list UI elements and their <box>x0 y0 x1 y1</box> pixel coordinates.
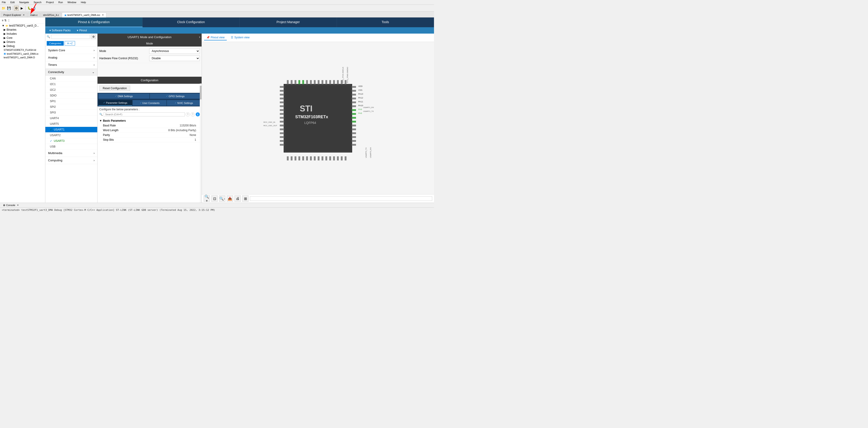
tree-drivers-expand: ▶ <box>4 40 6 44</box>
list-item-usart1[interactable]: ✓ USART1 <box>45 127 97 133</box>
tree-flash-ld[interactable]: STM32F103RETX_FLASH.ld <box>0 48 45 52</box>
bot-pin-11 <box>326 156 327 161</box>
category-search-input[interactable] <box>51 35 90 39</box>
layout-btn[interactable]: ⊞ <box>242 195 249 202</box>
list-item-uart4[interactable]: UART4 <box>45 115 97 121</box>
tab-project-explorer-close[interactable]: ✕ <box>23 14 25 16</box>
sidebar-sort-icon[interactable]: ⇅ <box>4 19 7 22</box>
category-filter-btn[interactable]: ⚙ <box>91 34 96 39</box>
cat-timers-arrow: › <box>94 63 95 66</box>
params-search-input[interactable] <box>104 112 185 116</box>
cat-analog[interactable]: Analog › <box>45 54 97 61</box>
reset-config-btn[interactable]: Reset Configuration <box>99 86 130 91</box>
tab-categories[interactable]: Categories <box>47 41 64 46</box>
sub-software-packs[interactable]: ▾ Software Packs <box>47 28 73 33</box>
left-pin-7 <box>280 109 284 111</box>
tab-tools[interactable]: Tools <box>337 18 434 27</box>
tab-parameter-settings[interactable]: ✓ Parameter Settings <box>98 100 132 106</box>
list-item-usb[interactable]: USB <box>45 144 97 149</box>
fit-btn[interactable]: ⊡ <box>211 195 218 202</box>
tab-pinout-config[interactable]: Pinout & Configuration <box>45 18 143 27</box>
cat-timers[interactable]: Timers › <box>45 61 97 68</box>
zoom-in-btn[interactable]: 🔍+ <box>204 195 210 202</box>
toolbar-run[interactable]: ▶ <box>19 6 24 11</box>
tree-project-root[interactable]: ▼ 📁 testSTM32F1_uart3_D... <box>0 24 45 28</box>
toolbar-debug[interactable]: 🐛 <box>27 6 32 11</box>
tab-stm32f1xx-it[interactable]: stm32f1xx_it.c <box>40 12 61 17</box>
cat-computing[interactable]: Computing › <box>45 157 97 164</box>
tab-nvic-settings[interactable]: ✓ NVIC Settings <box>167 100 201 106</box>
toolbar-new[interactable]: 📁 <box>1 6 6 11</box>
hw-flow-select[interactable]: Disable CTS Only RTS Only <box>149 56 200 61</box>
toolbar-save[interactable]: 💾 <box>6 6 11 11</box>
tree-includes[interactable]: ▶ Includes <box>0 32 45 36</box>
tab-console[interactable]: 🖥 Console ✕ <box>1 203 21 207</box>
menu-edit[interactable]: Edit <box>9 0 16 4</box>
console-close-icon[interactable]: ✕ <box>17 204 19 206</box>
sub-pinout[interactable]: ▾ Pinout <box>74 28 89 33</box>
tab-pinout-view[interactable]: 📌 Pinout view <box>204 35 227 40</box>
sidebar-filter-icon[interactable]: ≡ <box>2 19 3 22</box>
list-item-can[interactable]: CAN <box>45 76 97 82</box>
tree-binaries[interactable]: ▶ Binaries <box>0 28 45 32</box>
left-pin-6 <box>280 105 284 107</box>
pinout-search-input[interactable] <box>250 196 432 201</box>
mode-subsection-header: Mode <box>97 40 202 47</box>
tab-project-manager[interactable]: Project Manager <box>240 18 337 27</box>
list-item-i2c1[interactable]: I2C1 <box>45 82 97 87</box>
list-item-usart2[interactable]: USART2 <box>45 133 97 138</box>
cat-connectivity[interactable]: Connectivity ⌄ <box>45 68 97 76</box>
uart5-label: UART5 <box>50 122 59 125</box>
tree-core[interactable]: ▶ Core <box>0 36 45 40</box>
tab-user-constants[interactable]: ✓ User Constants <box>133 100 166 106</box>
right-label-pa12: PA12 <box>358 97 363 99</box>
tree-drivers[interactable]: ▶ Drivers <box>0 40 45 44</box>
list-item-sdio[interactable]: SDIO <box>45 93 97 98</box>
right-pin-2 <box>352 90 356 92</box>
export-btn[interactable]: 📤 <box>227 195 233 202</box>
tab-main-c[interactable]: main.c <box>28 12 40 17</box>
tab-clock-config[interactable]: Clock Configuration <box>143 18 240 27</box>
tab-ioc-close[interactable]: ✕ <box>102 14 104 16</box>
sidebar-menu-icon[interactable]: ⋮ <box>7 19 10 22</box>
tab-dma-settings[interactable]: ✓ DMA Settings <box>98 93 149 99</box>
right-pin-7-green <box>352 109 356 111</box>
menu-file[interactable]: File <box>1 0 7 4</box>
mode-row: Mode Asynchronous Disable Synchronous <box>97 48 202 54</box>
list-item-spi3[interactable]: SPI3 <box>45 110 97 115</box>
mode-select[interactable]: Asynchronous Disable Synchronous <box>149 48 200 54</box>
tab-project-explorer[interactable]: Project Explorer ✕ <box>1 12 27 17</box>
list-item-uart5[interactable]: UART5 <box>45 121 97 127</box>
annotation-usart3-rx: USART3_RX <box>370 147 372 158</box>
menu-search[interactable]: Search <box>33 0 42 4</box>
tab-system-view[interactable]: ☰ System view <box>228 35 252 40</box>
toolbar-build[interactable]: ⚙ <box>14 6 19 11</box>
print-btn[interactable]: 🖨 <box>235 195 241 202</box>
tree-ioc2[interactable]: testSTM32F1_uart3_DMA D <box>0 56 45 59</box>
cat-multimedia[interactable]: Multimedia › <box>45 149 97 157</box>
list-item-i2c2[interactable]: I2C2 <box>45 87 97 93</box>
zoom-out-btn[interactable]: 🔍- <box>219 195 225 202</box>
tab-az[interactable]: A->Z <box>65 41 75 46</box>
tree-debug[interactable]: ▶ Debug <box>0 44 45 48</box>
tab-ioc-file[interactable]: ▣ testSTM32F1_uart3_DMA.ioc ✕ <box>62 12 106 18</box>
annotation-sys-jtms: SYS_JTMS-SWDIO <box>346 67 348 83</box>
list-item-usart3[interactable]: ✓ USART3 <box>45 138 97 144</box>
cat-system-core[interactable]: System Core › <box>45 47 97 54</box>
menu-run[interactable]: Run <box>57 0 64 4</box>
menu-project[interactable]: Project <box>45 0 55 4</box>
list-item-spi1[interactable]: SPI1 <box>45 98 97 104</box>
left-label-rcc-osc-in: RCC_OSC_IN <box>264 121 275 123</box>
tree-ioc1[interactable]: ▣ testSTM32F1_uart3_DMA.io <box>0 52 45 56</box>
tab-gpio-settings[interactable]: ✓ GPIO Settings <box>150 93 201 99</box>
list-item-spi2[interactable]: SPI2 <box>45 104 97 110</box>
config-scrollbar[interactable] <box>200 84 202 203</box>
menu-navigate[interactable]: Navigate <box>19 0 30 4</box>
mode-config-panel: USART1 Mode and Configuration › Mode Mod… <box>97 34 202 203</box>
basic-params-header[interactable]: ▼ Basic Parameters <box>99 118 200 123</box>
menu-help[interactable]: Help <box>80 0 87 4</box>
right-pin-6 <box>352 105 356 107</box>
mode-close-btn[interactable]: › <box>199 35 200 39</box>
toolbar-info[interactable]: ℹ <box>32 6 37 11</box>
menu-window[interactable]: Window <box>66 0 77 4</box>
